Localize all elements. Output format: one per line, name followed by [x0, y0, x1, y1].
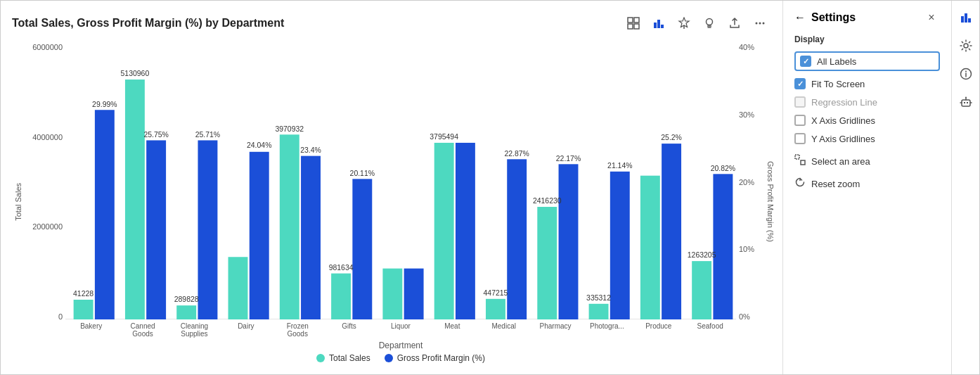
- y-left-label-2m: 2000000: [32, 222, 63, 231]
- legend-gpm-label: Gross Profit Margin (%): [397, 353, 485, 363]
- svg-point-65: [964, 44, 968, 48]
- x-label-liquor: Liquor: [380, 322, 422, 338]
- export-button[interactable]: [723, 12, 746, 34]
- sidebar-icons: [951, 1, 979, 374]
- display-section: Display ✓ All Labels ✓ Fit To Screen: [794, 34, 940, 191]
- option-fit-to-screen[interactable]: ✓ Fit To Screen: [794, 78, 940, 89]
- svg-rect-0: [628, 18, 633, 23]
- svg-rect-61: [801, 160, 805, 165]
- svg-text:25.2%: 25.2%: [661, 134, 682, 141]
- y-right-label-0: 0%: [739, 312, 750, 321]
- option-regression-line-label: Regression Line: [811, 97, 877, 108]
- x-label-frozen: FrozenGoods: [276, 322, 318, 338]
- svg-point-9: [756, 23, 758, 25]
- option-all-labels[interactable]: ✓ All Labels: [794, 51, 940, 71]
- display-section-title: Display: [794, 34, 940, 44]
- svg-rect-64: [968, 18, 971, 23]
- toolbar: [622, 12, 771, 34]
- svg-rect-57: [713, 174, 733, 319]
- svg-text:24.04%: 24.04%: [247, 141, 271, 149]
- svg-rect-13: [74, 300, 94, 319]
- option-regression-line[interactable]: Regression Line: [794, 96, 940, 108]
- action-select-area[interactable]: Select an area: [794, 154, 940, 168]
- sidebar-title: ← Settings: [794, 11, 856, 24]
- svg-rect-22: [198, 140, 217, 319]
- svg-text:289828: 289828: [174, 295, 199, 303]
- x-axis-title: Department: [65, 341, 736, 350]
- svg-text:25.71%: 25.71%: [195, 131, 220, 139]
- chart-plot: 41228 29.99% 5130960 25.75% 289828 25.: [65, 40, 736, 319]
- svg-point-10: [759, 23, 761, 25]
- svg-point-8: [707, 19, 713, 25]
- x-label-cleaning: CleaningSupplies: [173, 322, 215, 338]
- legend-gpm-dot: [385, 354, 393, 362]
- svg-rect-69: [962, 100, 970, 106]
- y-right-label-40: 40%: [739, 43, 754, 51]
- side-robot-button[interactable]: [955, 91, 977, 113]
- svg-rect-6: [661, 25, 664, 28]
- svg-text:3795494: 3795494: [430, 133, 458, 141]
- checkbox-regression-line: [794, 96, 806, 108]
- svg-rect-2: [628, 24, 633, 29]
- option-all-labels-label: All Labels: [817, 56, 856, 67]
- option-y-axis-gridlines-label: Y Axis Gridlines: [811, 134, 875, 144]
- x-label-produce: Produce: [638, 322, 680, 338]
- table-view-button[interactable]: [622, 12, 645, 34]
- svg-rect-14: [95, 110, 115, 319]
- chart-header: Total Sales, Gross Profit Margin (%) by …: [12, 12, 782, 34]
- option-y-axis-gridlines[interactable]: Y Axis Gridlines: [794, 133, 940, 144]
- sidebar-back-icon[interactable]: ←: [794, 11, 806, 24]
- sidebar-panel: ← Settings × Display ✓ All Labels: [783, 1, 951, 374]
- legend-total-sales: Total Sales: [316, 353, 370, 363]
- sidebar-close-button[interactable]: ×: [923, 9, 940, 26]
- y-left-label-0: 0: [58, 312, 63, 321]
- svg-text:335312: 335312: [586, 294, 611, 302]
- svg-rect-62: [961, 16, 964, 23]
- side-bar-chart-button[interactable]: [955, 6, 977, 29]
- svg-point-11: [763, 23, 765, 25]
- insight-button[interactable]: [698, 12, 721, 34]
- svg-rect-38: [434, 143, 454, 319]
- svg-rect-41: [486, 299, 505, 319]
- action-reset-zoom[interactable]: Reset zoom: [794, 177, 940, 191]
- y-right-label-10: 10%: [739, 245, 754, 253]
- chart-view-button[interactable]: [647, 12, 670, 34]
- svg-text:25.75%: 25.75%: [143, 131, 168, 139]
- checkbox-y-axis-gridlines[interactable]: [794, 133, 806, 144]
- option-x-axis-gridlines-label: X Axis Gridlines: [811, 115, 875, 126]
- checkbox-fit-to-screen[interactable]: ✓: [794, 78, 806, 89]
- svg-rect-36: [382, 269, 402, 319]
- svg-text:3970932: 3970932: [275, 125, 304, 133]
- action-select-area-label: Select an area: [811, 156, 870, 167]
- svg-rect-45: [537, 207, 557, 319]
- svg-point-68: [965, 71, 967, 72]
- reset-zoom-icon: [794, 177, 806, 191]
- svg-rect-26: [250, 152, 269, 319]
- action-reset-zoom-label: Reset zoom: [811, 179, 860, 189]
- x-label-meat: Meat: [431, 322, 473, 338]
- svg-rect-46: [559, 164, 579, 319]
- x-label-seafood: Seafood: [689, 322, 731, 338]
- legend: Total Sales Gross Profit Margin (%): [65, 353, 736, 363]
- svg-rect-71: [967, 102, 968, 103]
- x-label-gifts: Gifts: [328, 322, 370, 338]
- svg-rect-50: [610, 172, 630, 319]
- select-area-icon: [794, 154, 806, 168]
- svg-rect-1: [634, 18, 639, 23]
- x-label-pharmacy: Pharmacy: [534, 322, 576, 338]
- svg-rect-25: [228, 257, 248, 319]
- checkbox-x-axis-gridlines[interactable]: [794, 115, 806, 126]
- pin-button[interactable]: [673, 12, 695, 34]
- checkbox-all-labels[interactable]: ✓: [800, 56, 811, 67]
- svg-text:2416230: 2416230: [533, 197, 562, 205]
- svg-text:981634: 981634: [329, 264, 354, 272]
- svg-rect-32: [331, 274, 351, 319]
- y-right-label-20: 20%: [739, 178, 754, 186]
- svg-rect-18: [146, 140, 166, 319]
- legend-gpm: Gross Profit Margin (%): [385, 353, 485, 363]
- side-info-button[interactable]: [955, 63, 977, 85]
- x-label-dairy: Dairy: [225, 322, 267, 338]
- side-settings-button[interactable]: [955, 34, 977, 57]
- option-x-axis-gridlines[interactable]: X Axis Gridlines: [794, 115, 940, 126]
- more-button[interactable]: [749, 12, 771, 34]
